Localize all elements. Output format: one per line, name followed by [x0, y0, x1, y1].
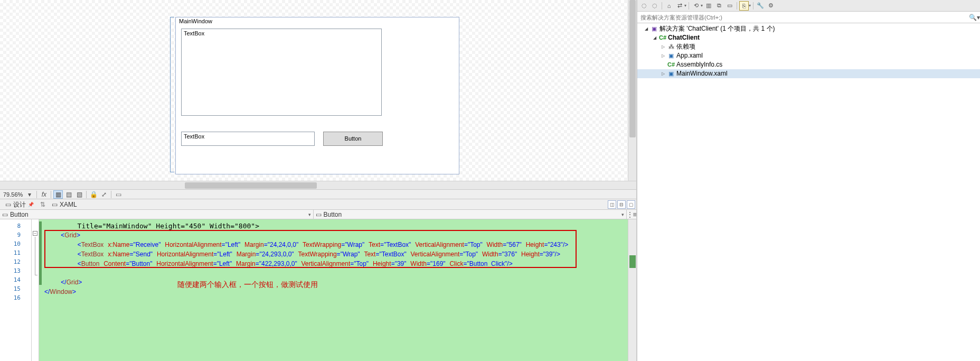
device-icon[interactable]: ▭: [114, 190, 123, 199]
project-label: ChatClient: [667, 33, 700, 42]
preview-window-client: TextBox TextBox Button: [176, 25, 459, 174]
fold-toggle-icon[interactable]: −: [33, 231, 37, 236]
swap-panes-icon[interactable]: ⇅: [40, 201, 45, 208]
breadcrumb-left-icon: ▭: [2, 211, 8, 218]
solution-search-input[interactable]: [637, 14, 968, 21]
app-xaml-label: App.xaml: [675, 51, 703, 60]
xaml-file-icon: ▣: [667, 69, 675, 78]
pending-changes-filter-icon[interactable]: ⎘: [739, 1, 749, 11]
dependencies-label: 依赖项: [675, 42, 695, 51]
designer-toolstrip: 79.56% ▾ fx ▦ ▤ ▧ 🔒 ⤢ ▭: [0, 189, 636, 199]
wrench-icon[interactable]: 🔧: [756, 1, 765, 11]
home-icon[interactable]: ⌂: [664, 1, 674, 11]
code-content[interactable]: Title="MainWindow" Height="450" Width="8…: [44, 221, 627, 297]
fx-icon[interactable]: fx: [39, 190, 49, 199]
sync-icon[interactable]: ⟲: [691, 1, 701, 11]
fold-column[interactable]: −: [32, 219, 39, 361]
chevron-down-icon[interactable]: ▾: [308, 212, 311, 217]
change-indicator: [39, 221, 42, 285]
breadcrumb-options-icon[interactable]: ⋮≡: [627, 210, 636, 219]
breadcrumb-right[interactable]: ▭ Button ▾: [314, 210, 627, 219]
grid-toggle-icon[interactable]: ▧: [74, 190, 84, 199]
tab-design-label: 设计: [13, 200, 26, 209]
designer-scrollbar-vertical[interactable]: [628, 0, 636, 181]
tree-dependencies-node[interactable]: ⁂ 依赖项: [637, 42, 980, 51]
split-vertical-icon[interactable]: ◫: [608, 200, 616, 209]
breadcrumb-left-label: Button: [10, 211, 29, 218]
breadcrumb-right-label: Button: [324, 211, 342, 218]
editor-pane: MainWindow TextBox TextBox Button 79.56%…: [0, 0, 637, 361]
grid-snap-icon[interactable]: ▦: [53, 190, 63, 199]
xaml-file-icon: ▣: [667, 51, 675, 60]
solution-tree[interactable]: ▣ 解决方案 'ChatClient' (1 个项目，共 1 个) C# Cha…: [637, 23, 980, 361]
code-scrollbar-vertical[interactable]: [628, 219, 636, 361]
solution-toolbar: ◌ ◌ ⌂ ⇄▾ ⟲▾ ▥ ⧉ ▭ ⎘▾ 🔧 ⚙: [637, 0, 980, 12]
designer-scrollbar-horizontal[interactable]: [0, 181, 636, 189]
snap-lines-icon[interactable]: ▤: [64, 190, 73, 199]
tree-mainwindow-xaml-node[interactable]: ▣ MainWindow.xaml: [637, 69, 980, 78]
tab-xaml[interactable]: ▭ XAML: [48, 200, 81, 209]
chevron-down-icon[interactable]: ▾: [621, 212, 624, 217]
breadcrumb-right-icon: ▭: [316, 211, 322, 218]
preview-window[interactable]: MainWindow TextBox TextBox Button: [175, 17, 459, 174]
tree-solution-node[interactable]: ▣ 解决方案 'ChatClient' (1 个项目，共 1 个): [637, 24, 980, 33]
solution-icon: ▣: [650, 24, 658, 33]
xaml-code-editor[interactable]: 8910111213141516 − Title="MainWindow" He…: [0, 219, 636, 361]
tab-design[interactable]: ▭ 设计 📌: [1, 200, 38, 209]
textbox-send[interactable]: TextBox: [181, 132, 315, 146]
zoom-level[interactable]: 79.56%: [2, 191, 24, 198]
zoom-dropdown-icon[interactable]: ▾: [25, 190, 34, 199]
mainwindow-label: MainWindow.xaml: [675, 69, 728, 78]
switch-views-icon[interactable]: ⇄: [675, 1, 684, 11]
design-tab-icon: ▭: [5, 200, 11, 209]
textbox-receive[interactable]: TextBox: [181, 29, 382, 116]
dependencies-icon: ⁂: [667, 42, 675, 51]
nav-forward-icon[interactable]: ◌: [650, 1, 659, 11]
annotation-text: 随便建两个输入框，一个按钮，做测试使用: [177, 280, 318, 290]
csproj-icon: C#: [658, 33, 667, 42]
properties-icon[interactable]: ▭: [725, 1, 734, 11]
settings-icon[interactable]: ⚙: [766, 1, 776, 11]
pin-icon: 📌: [28, 200, 34, 209]
assemblyinfo-label: AssemblyInfo.cs: [675, 60, 722, 69]
designer-canvas-wrap: MainWindow TextBox TextBox Button: [0, 0, 636, 189]
tree-app-xaml-node[interactable]: ▣ App.xaml: [637, 51, 980, 60]
solution-search[interactable]: 🔍▾: [637, 12, 980, 23]
collapse-pane-icon[interactable]: ▢: [627, 200, 635, 209]
lock-icon[interactable]: 🔒: [89, 190, 98, 199]
tab-xaml-label: XAML: [60, 200, 77, 209]
element-breadcrumb: ▭ Button ▾ ▭ Button ▾ ⋮≡: [0, 209, 636, 219]
line-number-gutter: 8910111213141516: [0, 219, 32, 361]
designer-canvas[interactable]: MainWindow TextBox TextBox Button: [0, 0, 628, 181]
snap-icon[interactable]: ⤢: [99, 190, 109, 199]
solution-label: 解决方案 'ChatClient' (1 个项目，共 1 个): [658, 24, 775, 33]
split-horizontal-icon[interactable]: ⊟: [617, 200, 626, 209]
collapse-all-icon[interactable]: ⧉: [714, 1, 724, 11]
selection-bracket: [170, 17, 174, 172]
preview-window-title: MainWindow: [176, 17, 459, 25]
breadcrumb-left[interactable]: ▭ Button ▾: [0, 210, 314, 219]
solution-explorer: ◌ ◌ ⌂ ⇄▾ ⟲▾ ▥ ⧉ ▭ ⎘▾ 🔧 ⚙ 🔍▾ ▣ 解决方案 'Chat…: [637, 0, 980, 361]
search-icon[interactable]: 🔍▾: [968, 14, 980, 21]
nav-back-icon[interactable]: ◌: [639, 1, 649, 11]
cs-file-icon: C#: [667, 60, 675, 69]
design-xaml-tabstrip: ▭ 设计 📌 ⇅ ▭ XAML ◫ ⊟ ▢: [0, 199, 636, 209]
tree-project-node[interactable]: C# ChatClient: [637, 33, 980, 42]
show-all-files-icon[interactable]: ▥: [704, 1, 713, 11]
xaml-tab-icon: ▭: [52, 200, 58, 209]
button-send[interactable]: Button: [323, 132, 383, 146]
tree-assemblyinfo-node[interactable]: C# AssemblyInfo.cs: [637, 60, 980, 69]
